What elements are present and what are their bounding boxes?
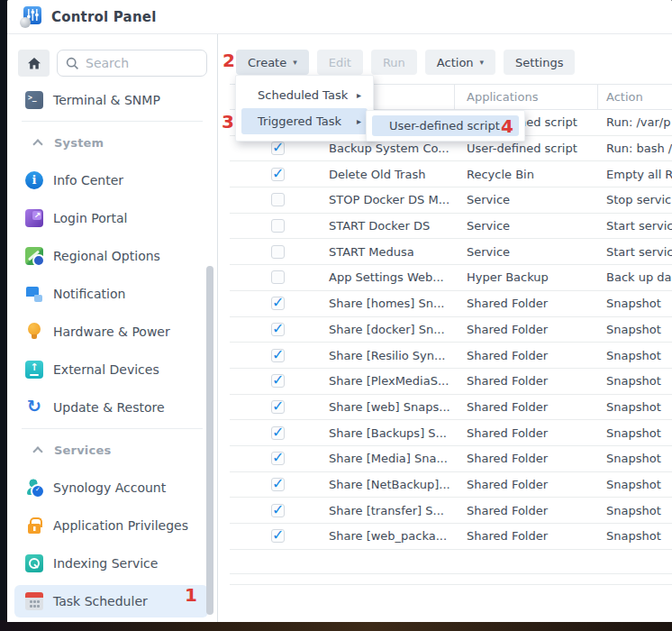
checkbox-checked[interactable] <box>271 426 285 440</box>
task-action: Snapshot <box>597 323 672 336</box>
table-row[interactable]: Share [Backups] S...Shared FolderSnapsho… <box>230 420 672 446</box>
sidebar-item-indexing-service[interactable]: Indexing Service <box>7 544 217 582</box>
page-title: Control Panel <box>51 9 157 25</box>
checkbox-checked[interactable] <box>271 400 285 414</box>
sidebar-item-application-privileges[interactable]: Application Privileges <box>7 507 217 544</box>
task-application: Service <box>458 219 597 233</box>
checkbox-unchecked[interactable] <box>271 245 285 259</box>
run-button[interactable]: Run <box>371 50 417 75</box>
sidebar-item-login-portal[interactable]: Login Portal <box>7 199 217 237</box>
table-row[interactable]: Share [homes] Sn...Shared FolderSnapshot <box>230 291 672 317</box>
checkbox-checked[interactable] <box>271 168 285 181</box>
task-action: Start servic <box>597 245 672 259</box>
sidebar-scrollbar[interactable] <box>206 266 213 615</box>
table-row[interactable]: Delete Old TrashRecycle BinEmpty all R <box>230 161 672 187</box>
action-button[interactable]: Action▾ <box>425 50 495 75</box>
column-header-action[interactable]: Action <box>597 85 672 109</box>
sidebar-nav: Terminal & SNMPSystemInfo CenterLogin Po… <box>7 81 217 620</box>
checkbox-checked[interactable] <box>271 452 285 465</box>
checkbox-checked[interactable] <box>271 374 285 388</box>
create-button[interactable]: Create▾ <box>236 50 309 75</box>
menu-item-triggered-task[interactable]: Triggered Task▸ <box>241 108 368 134</box>
checkbox-cell <box>230 297 320 310</box>
sidebar-item-synology-account[interactable]: Synology Account <box>7 469 217 507</box>
table-row[interactable]: Share [docker] Sn...Shared FolderSnapsho… <box>230 317 672 343</box>
task-application: Service <box>458 245 597 259</box>
task-name: Share [NetBackup]... <box>320 478 458 491</box>
search-input[interactable] <box>86 56 185 70</box>
checkbox-unchecked[interactable] <box>271 193 285 206</box>
task-application: Shared Folder <box>458 478 597 491</box>
sidebar-item-label: Login Portal <box>53 211 127 225</box>
checkbox-cell <box>230 400 320 414</box>
desktop: Control Panel Terminal & SNMPSystemInfo … <box>0 0 672 631</box>
task-action: Empty all R <box>597 168 672 181</box>
task-application: Shared Folder <box>458 374 597 388</box>
sidebar-group-system[interactable]: System <box>7 123 217 161</box>
task-action: Snapshot <box>597 529 672 543</box>
table-row[interactable]: Share [PlexMediaS...Shared FolderSnapsho… <box>230 369 672 395</box>
table-row[interactable]: Share [web_packa...Shared FolderSnapshot <box>230 524 672 550</box>
task-action: Back up da <box>597 270 672 284</box>
column-header-applications[interactable]: Applications <box>454 85 597 109</box>
task-application: Shared Folder <box>458 297 597 310</box>
table-row[interactable]: START Docker DSServiceStart servic <box>230 214 672 240</box>
search-box[interactable] <box>57 50 207 77</box>
sidebar-group-services[interactable]: Services <box>7 431 217 469</box>
table-row[interactable]: App Settings Web...Hyper BackupBack up d… <box>230 265 672 291</box>
sidebar-item-label: Regional Options <box>53 249 160 263</box>
sidebar-item-notification[interactable]: Notification <box>7 275 217 313</box>
sidebar-item-info-center[interactable]: Info Center <box>7 161 217 199</box>
task-action: Snapshot <box>597 452 672 465</box>
sidebar-item-external-devices[interactable]: External Devices <box>7 351 217 389</box>
empty-row <box>230 574 672 585</box>
terminal-icon <box>25 91 43 109</box>
login-portal-icon <box>25 209 43 227</box>
table-row[interactable]: STOP Docker DS M...ServiceStop servic <box>230 187 672 214</box>
menu-item-user-defined-script[interactable]: User-defined script <box>372 115 519 136</box>
checkbox-cell <box>230 193 320 206</box>
task-application: Shared Folder <box>458 529 597 543</box>
sidebar-item-label: Synology Account <box>53 480 166 495</box>
checkbox-checked[interactable] <box>271 142 285 155</box>
checkbox-checked[interactable] <box>271 297 285 310</box>
table-row[interactable]: Share [Resilio Syn...Shared FolderSnapsh… <box>230 343 672 369</box>
checkbox-checked[interactable] <box>271 504 285 517</box>
title-bar: Control Panel <box>7 0 672 34</box>
home-button[interactable] <box>18 50 50 77</box>
table-row[interactable]: Share [NetBackup]...Shared FolderSnapsho… <box>230 472 672 498</box>
sidebar-item-terminal-snmp[interactable]: Terminal & SNMP <box>7 81 217 119</box>
checkbox-unchecked[interactable] <box>271 219 285 233</box>
sidebar-group-label: System <box>54 136 104 150</box>
table-row[interactable]: Share [Media] Sna...Shared FolderSnapsho… <box>230 446 672 472</box>
sidebar-item-update-restore[interactable]: Update & Restore <box>7 389 217 426</box>
task-name: START Docker DS <box>320 219 458 233</box>
menu-item-scheduled-task[interactable]: Scheduled Task▸ <box>241 82 368 108</box>
table-row[interactable]: START MedusaServiceStart servic <box>230 239 672 265</box>
settings-button[interactable]: Settings <box>504 50 575 75</box>
checkbox-cell <box>230 374 320 388</box>
table-row[interactable]: Share [transfer] S...Shared FolderSnapsh… <box>230 498 672 524</box>
checkbox-checked[interactable] <box>271 349 285 362</box>
checkbox-checked[interactable] <box>271 529 285 543</box>
sidebar-item-hardware-power[interactable]: Hardware & Power <box>7 313 217 351</box>
table-row[interactable]: Share [web] Snaps...Shared FolderSnapsho… <box>230 395 672 421</box>
empty-row <box>230 550 672 574</box>
checkbox-checked[interactable] <box>271 478 285 491</box>
task-application: Shared Folder <box>458 452 597 465</box>
task-action: Snapshot <box>597 426 672 440</box>
synology-account-icon <box>25 479 43 497</box>
checkbox-cell <box>230 323 320 336</box>
checkbox-checked[interactable] <box>271 323 285 336</box>
checkbox-cell <box>230 219 320 233</box>
sidebar-item-regional-options[interactable]: Regional Options <box>7 237 217 275</box>
chevron-up-icon <box>32 446 42 456</box>
edit-button[interactable]: Edit <box>317 50 363 75</box>
task-name: Backup System Co... <box>320 142 458 155</box>
table-body: User-defined scriptRun: /var/pBackup Sys… <box>230 110 672 550</box>
task-name: STOP Docker DS M... <box>320 193 458 206</box>
checkbox-unchecked[interactable] <box>271 270 285 284</box>
notification-icon <box>25 285 43 303</box>
regional-options-icon <box>25 247 43 265</box>
button-label: Run <box>383 56 405 69</box>
